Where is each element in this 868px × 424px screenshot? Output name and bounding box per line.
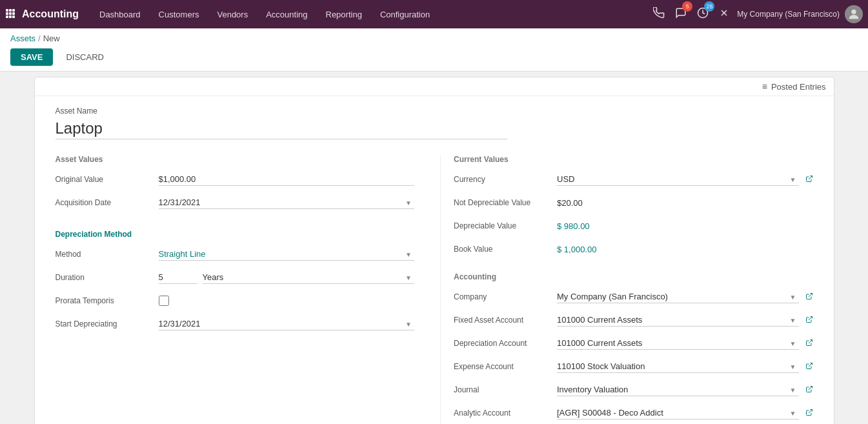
svg-rect-0	[6, 9, 8, 12]
prorata-field	[159, 296, 415, 306]
duration-unit-select[interactable]: Years Months	[203, 271, 415, 284]
svg-line-17	[809, 363, 812, 367]
form-card: ≡ Posted Entries Asset Name Asset Values…	[34, 77, 834, 424]
analytic-account-external-link[interactable]	[805, 409, 813, 418]
expense-account-external-link[interactable]	[805, 362, 813, 372]
svg-line-13	[809, 176, 812, 179]
currency-select[interactable]: USD EUR	[557, 173, 799, 186]
fixed-asset-row: Fixed Asset Account 101000 Current Asset…	[454, 311, 813, 329]
book-value-field: $ 1,000.00	[557, 245, 813, 254]
posted-entries-button[interactable]: ≡ Posted Entries	[762, 81, 826, 92]
acquisition-date-input[interactable]	[159, 196, 415, 209]
start-depreciating-input[interactable]	[159, 318, 415, 330]
breadcrumb-separator: /	[38, 34, 41, 43]
svg-line-16	[809, 339, 812, 343]
depreciation-account-field: 101000 Current Assets ▼	[557, 337, 813, 350]
messages-badge: 5	[682, 1, 692, 12]
current-values-title: Current Values	[454, 155, 813, 164]
acquisition-date-field: ▼	[159, 196, 415, 209]
journal-external-link[interactable]	[805, 385, 813, 395]
svg-rect-5	[12, 12, 15, 15]
company-name: My Company (San Francisco)	[737, 10, 840, 19]
asset-name-section: Asset Name	[35, 96, 834, 145]
grid-icon[interactable]	[5, 8, 15, 21]
top-navigation: Accounting Dashboard Customers Vendors A…	[0, 0, 868, 28]
fixed-asset-label: Fixed Asset Account	[454, 316, 557, 325]
company-field: My Company (San Francisco) ▼	[557, 290, 813, 303]
discard-button[interactable]: DISCARD	[58, 48, 112, 66]
book-value: $ 1,000.00	[557, 245, 596, 254]
analytic-account-input[interactable]	[557, 407, 799, 419]
original-value-field	[159, 173, 415, 186]
asset-name-label: Asset Name	[56, 106, 813, 116]
analytic-account-field: ▼	[557, 407, 813, 419]
svg-rect-3	[6, 12, 8, 15]
svg-rect-8	[12, 15, 15, 18]
not-depreciable-label: Not Depreciable Value	[454, 198, 557, 207]
original-value-input[interactable]	[159, 173, 415, 186]
clock-badge: 28	[704, 1, 714, 12]
svg-point-12	[851, 10, 856, 14]
svg-rect-4	[9, 12, 12, 15]
accounting-title: Accounting	[454, 272, 813, 281]
svg-line-15	[809, 316, 812, 320]
messages-icon-wrap[interactable]: 5	[672, 5, 689, 24]
nav-vendors[interactable]: Vendors	[209, 6, 256, 23]
duration-label: Duration	[56, 273, 159, 282]
original-value-label: Original Value	[56, 175, 159, 184]
nav-accounting[interactable]: Accounting	[258, 6, 315, 23]
fixed-asset-select[interactable]: 101000 Current Assets	[557, 314, 799, 327]
user-avatar[interactable]	[845, 5, 863, 23]
breadcrumb: Assets / New	[10, 34, 858, 43]
expense-account-select[interactable]: 110100 Stock Valuation	[557, 360, 799, 373]
currency-external-link[interactable]	[805, 175, 813, 185]
acquisition-date-label: Acquisition Date	[56, 198, 159, 207]
journal-field: Inventory Valuation ▼	[557, 383, 813, 396]
fixed-asset-external-link[interactable]	[805, 316, 813, 325]
original-value-row: Original Value	[56, 170, 415, 188]
journal-label: Journal	[454, 385, 557, 394]
journal-row: Journal Inventory Valuation ▼	[454, 381, 813, 399]
form-left: Asset Values Original Value Acquisition …	[56, 155, 441, 424]
prorata-label: Prorata Temporis	[56, 296, 159, 305]
method-select[interactable]: Straight Line Declining Balance	[159, 248, 415, 261]
depreciable-field: $ 980.00	[557, 221, 813, 231]
method-label: Method	[56, 250, 159, 259]
duration-number-input[interactable]	[159, 271, 197, 284]
depreciation-account-external-link[interactable]	[805, 339, 813, 348]
nav-items: Dashboard Customers Vendors Accounting R…	[92, 6, 651, 23]
close-icon[interactable]	[716, 5, 732, 23]
asset-values-title: Asset Values	[56, 155, 415, 164]
book-value-row: Book Value $ 1,000.00	[454, 240, 813, 258]
nav-customers[interactable]: Customers	[151, 6, 207, 23]
nav-dashboard[interactable]: Dashboard	[92, 6, 148, 23]
save-button[interactable]: SAVE	[10, 48, 53, 66]
svg-line-19	[809, 409, 812, 413]
phone-icon[interactable]	[651, 5, 667, 24]
expense-account-row: Expense Account 110100 Stock Valuation ▼	[454, 358, 813, 376]
duration-field: Years Months ▼	[159, 271, 415, 284]
acquisition-date-row: Acquisition Date ▼	[56, 194, 415, 212]
app-brand: Accounting	[22, 8, 79, 20]
depreciable-row: Depreciable Value $ 980.00	[454, 217, 813, 235]
posted-entries-label: Posted Entries	[771, 82, 826, 92]
asset-name-input[interactable]	[56, 118, 507, 139]
start-depreciating-field: ▼	[159, 318, 415, 330]
breadcrumb-parent[interactable]: Assets	[10, 34, 35, 43]
topnav-right: 5 28 My Company (San Francisco)	[651, 5, 863, 24]
hamburger-icon: ≡	[762, 81, 767, 92]
depreciation-account-select[interactable]: 101000 Current Assets	[557, 337, 799, 350]
page-header: Assets / New SAVE DISCARD	[0, 28, 868, 72]
journal-select[interactable]: Inventory Valuation	[557, 383, 799, 396]
clock-icon-wrap[interactable]: 28	[694, 5, 711, 24]
company-select[interactable]: My Company (San Francisco)	[557, 290, 799, 303]
analytic-account-label: Analytic Account	[454, 409, 557, 418]
prorata-checkbox[interactable]	[159, 296, 169, 306]
method-field: Straight Line Declining Balance ▼	[159, 248, 415, 261]
company-external-link[interactable]	[805, 292, 813, 302]
nav-reporting[interactable]: Reporting	[318, 6, 370, 23]
form-right: Current Values Currency USD EUR ▼	[440, 155, 813, 424]
book-value-label: Book Value	[454, 245, 557, 254]
start-depreciating-row: Start Depreciating ▼	[56, 315, 415, 333]
nav-configuration[interactable]: Configuration	[372, 6, 438, 23]
